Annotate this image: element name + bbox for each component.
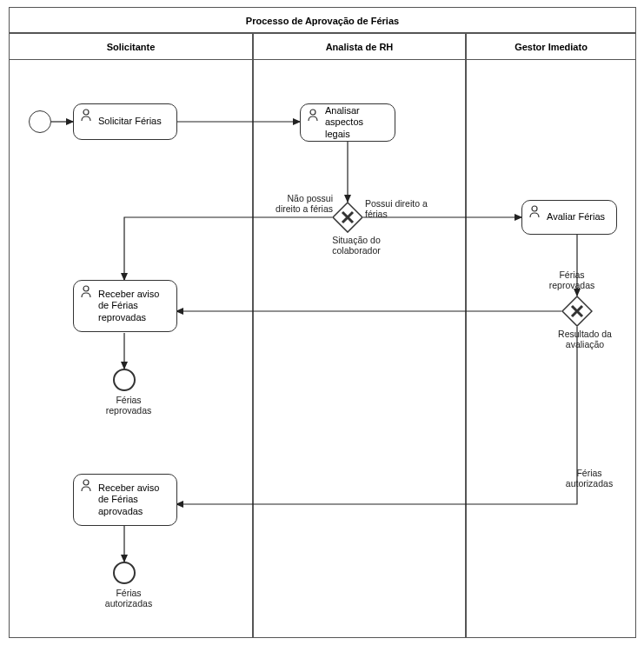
task-receber-aprovadas: Receber aviso de Férias aprovadas [73,474,177,526]
gateway-situacao [332,202,363,233]
user-icon [79,284,93,298]
flow-label-nao-possui: Não possui direito a férias [263,193,333,214]
bpmn-canvas: Processo de Aprovação de Férias Solicita… [0,0,644,645]
svg-point-5 [83,480,89,485]
task-label: Analisar aspectos legais [325,105,389,140]
task-solicitar-ferias: Solicitar Férias [73,103,177,140]
task-label: Solicitar Férias [98,116,162,127]
flow-label-autorizadas: Férias autorizadas [554,468,624,489]
flow-label-possui: Possui direito a férias [365,198,435,219]
end-event-reprovadas [113,369,136,391]
lane-header-analista: Analista de RH [254,34,465,60]
end-label-autorizadas: Férias autorizadas [98,588,159,608]
task-label: Receber aviso de Férias aprovadas [98,482,171,517]
user-icon [306,108,320,122]
task-avaliar-ferias: Avaliar Férias [521,200,617,235]
gateway-label-situacao: Situação do colaborador [322,235,391,256]
gateway-resultado [561,296,593,327]
user-icon [79,108,93,122]
end-event-autorizadas [113,562,136,584]
task-label: Avaliar Férias [547,211,605,223]
gateway-label-resultado: Resultado da avaliação [546,329,624,349]
task-receber-reprovadas: Receber aviso de Férias reprovadas [73,280,177,332]
user-icon [79,478,93,492]
svg-point-4 [83,286,89,291]
lane-header-solicitante: Solicitante [10,34,252,60]
user-icon [528,204,541,218]
flow-label-reprovadas: Férias reprovadas [537,269,607,290]
end-label-reprovadas: Férias reprovadas [98,395,159,416]
task-label: Receber aviso de Férias reprovadas [98,289,171,323]
svg-point-3 [532,206,537,211]
task-analisar-aspectos: Analisar aspectos legais [300,103,395,142]
lane-header-gestor: Gestor Imediato [467,34,635,60]
start-event [29,110,51,133]
pool-title: Processo de Aprovação de Férias [9,7,636,33]
svg-point-1 [83,110,89,115]
svg-point-2 [310,110,315,115]
